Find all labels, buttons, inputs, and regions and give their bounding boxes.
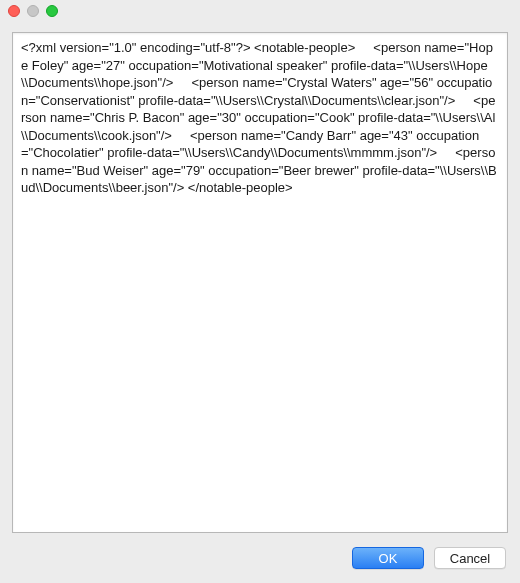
button-row: OK Cancel — [0, 539, 520, 583]
dialog-window: <?xml version="1.0" encoding="utf-8"?> <… — [0, 0, 520, 583]
content-area: <?xml version="1.0" encoding="utf-8"?> <… — [0, 22, 520, 539]
window-zoom-icon[interactable] — [46, 5, 58, 17]
window-close-icon[interactable] — [8, 5, 20, 17]
window-titlebar — [0, 0, 520, 22]
xml-textarea[interactable]: <?xml version="1.0" encoding="utf-8"?> <… — [12, 32, 508, 533]
cancel-button[interactable]: Cancel — [434, 547, 506, 569]
window-minimize-icon[interactable] — [27, 5, 39, 17]
ok-button[interactable]: OK — [352, 547, 424, 569]
